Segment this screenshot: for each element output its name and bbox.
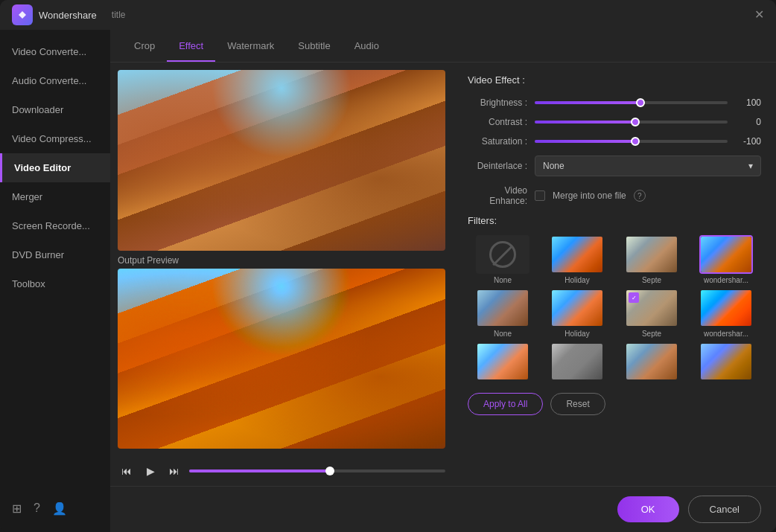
filter-holiday-1[interactable]: Holiday: [542, 235, 612, 284]
tab-subtitle[interactable]: Subtitle: [286, 30, 342, 62]
filter-image-wondershar-1: [701, 237, 751, 272]
brightness-thumb[interactable]: [636, 98, 645, 107]
brightness-slider[interactable]: [535, 101, 728, 104]
seek-back-button[interactable]: ⏮: [118, 462, 136, 480]
tabs-bar: Crop Effect Watermark Subtitle Audio: [110, 30, 776, 63]
filter-row3-3[interactable]: [617, 342, 687, 381]
ok-button[interactable]: OK: [617, 496, 679, 522]
chevron-down-icon: ▾: [748, 161, 753, 171]
video-enhance-row: Video Enhance: Merge into one file ?: [468, 185, 761, 206]
tab-effect[interactable]: Effect: [167, 30, 215, 62]
sidebar-item-video-converter[interactable]: Video Converte...: [0, 37, 110, 66]
none-icon: [489, 241, 516, 268]
filter-label-holiday-1: Holiday: [564, 276, 589, 284]
sidebar-item-toolbox[interactable]: Toolbox: [0, 269, 110, 298]
filter-label-none-1: None: [494, 276, 512, 284]
transport-bar: ⏮ ▶ ⏭: [110, 456, 453, 486]
filter-image-row3-2: [552, 344, 602, 379]
filters-container: None Holiday: [468, 235, 761, 381]
reset-button[interactable]: Reset: [550, 393, 605, 415]
footer: OK Cancel: [110, 486, 776, 532]
filter-image-septe-1: [626, 237, 677, 272]
filter-thumb-septe-1: [625, 235, 678, 274]
brightness-label: Brightness :: [468, 97, 527, 108]
filter-holiday-2[interactable]: Holiday: [542, 289, 612, 338]
tab-crop[interactable]: Crop: [122, 30, 167, 62]
sidebar-item-video-compress[interactable]: Video Compress...: [0, 124, 110, 153]
play-button[interactable]: ▶: [141, 462, 159, 480]
contrast-row: Contrast : 0: [468, 117, 761, 127]
progress-bar[interactable]: [189, 469, 445, 472]
saturation-slider[interactable]: [535, 140, 728, 143]
contrast-slider[interactable]: [535, 121, 728, 124]
deinterlace-row: Deinterlace : None ▾: [468, 156, 761, 176]
merge-label: Merge into one file: [553, 190, 626, 201]
sidebar-item-audio-converter[interactable]: Audio Converte...: [0, 66, 110, 95]
contrast-fill: [535, 121, 635, 124]
filter-row3-1[interactable]: [468, 342, 538, 381]
filter-thumb-none-1: [476, 235, 529, 274]
filter-label-septe-2: Septe: [642, 330, 661, 338]
filter-thumb-row3-3: [625, 342, 678, 381]
saturation-thumb[interactable]: [631, 137, 640, 146]
title-bar: Wondershare title ✕: [0, 0, 776, 30]
filter-row3-4[interactable]: [691, 342, 761, 381]
filter-none-2[interactable]: None: [468, 289, 538, 338]
saturation-fill: [535, 140, 635, 143]
filter-wondershar-2[interactable]: wondershar...: [691, 289, 761, 338]
contrast-thumb[interactable]: [631, 118, 640, 126]
filter-septe-2[interactable]: ✓ Septe: [617, 289, 687, 338]
sidebar-item-downloader[interactable]: Downloader: [0, 95, 110, 124]
filter-septe-1[interactable]: Septe: [617, 235, 687, 284]
filter-label-holiday-2: Holiday: [564, 330, 589, 338]
filter-wondershar-1[interactable]: wondershar...: [691, 235, 761, 284]
sidebar-item-merger[interactable]: Merger: [0, 182, 110, 211]
tab-watermark[interactable]: Watermark: [215, 30, 286, 62]
sidebar-item-video-editor[interactable]: Video Editor: [0, 153, 110, 182]
preview-bottom: [118, 269, 445, 449]
sidebar: Video Converte... Audio Converte... Down…: [0, 30, 110, 532]
output-preview-image: [118, 269, 445, 449]
close-button[interactable]: ✕: [754, 9, 764, 21]
progress-fill: [189, 469, 330, 472]
window-title: title: [112, 10, 126, 20]
merge-help-icon[interactable]: ?: [634, 190, 646, 202]
layout-icon[interactable]: ⊞: [12, 501, 22, 516]
profile-icon[interactable]: 👤: [52, 501, 67, 516]
main-layout: Video Converte... Audio Converte... Down…: [0, 30, 776, 532]
app-window: Wondershare title ✕ Video Converte... Au…: [0, 0, 776, 532]
brightness-row: Brightness : 100: [468, 97, 761, 108]
filter-image-none-2: [477, 290, 528, 326]
filter-thumb-wondershar-2: [699, 289, 753, 327]
deinterlace-label: Deinterlace :: [468, 161, 527, 171]
sidebar-item-screen-recorder[interactable]: Screen Recorde...: [0, 211, 110, 240]
merge-checkbox[interactable]: [535, 190, 545, 201]
dialog-content: Output Preview ⏮ ▶ ⏭: [110, 63, 776, 486]
sidebar-bottom: ⊞ ? 👤: [0, 493, 110, 525]
filter-label-septe-1: Septe: [642, 276, 661, 284]
help-icon[interactable]: ?: [34, 501, 40, 516]
filter-image-row3-1: [477, 344, 528, 379]
filter-none-1[interactable]: None: [468, 235, 538, 284]
cancel-button[interactable]: Cancel: [688, 496, 761, 523]
filter-action-row: Apply to All Reset: [468, 393, 761, 415]
filters-grid: None Holiday: [468, 235, 761, 381]
apply-to-all-button[interactable]: Apply to All: [468, 393, 543, 415]
deinterlace-dropdown[interactable]: None ▾: [535, 156, 761, 176]
filter-image-row3-3: [626, 344, 677, 379]
progress-thumb[interactable]: [325, 467, 334, 475]
filters-title: Filters:: [468, 215, 761, 226]
contrast-value: 0: [735, 117, 761, 127]
original-preview-image: [118, 70, 445, 251]
right-panel: Video Effect : Brightness : 100 Contrast…: [453, 63, 776, 486]
filter-row3-2[interactable]: [542, 342, 612, 381]
filter-image-holiday-1: [552, 237, 602, 272]
tab-audio[interactable]: Audio: [343, 30, 391, 62]
preview-area: Output Preview ⏮ ▶ ⏭: [110, 63, 453, 486]
filter-thumb-row3-4: [699, 342, 753, 381]
brightness-fill: [535, 101, 640, 104]
seek-forward-button[interactable]: ⏭: [165, 462, 183, 480]
video-enhance-label: Video Enhance:: [468, 185, 527, 206]
sidebar-item-dvd-burner[interactable]: DVD Burner: [0, 240, 110, 269]
app-logo: [12, 4, 33, 25]
